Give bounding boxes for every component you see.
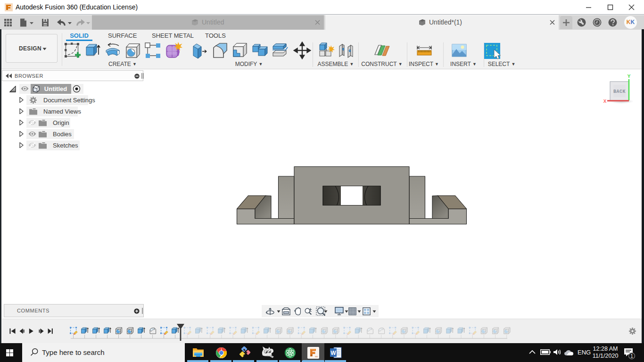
svg-text:360: 360 xyxy=(315,355,318,358)
svg-text:1: 1 xyxy=(630,354,633,359)
svg-text:X: X xyxy=(603,99,607,104)
svg-text:Y: Y xyxy=(627,74,631,79)
svg-text:W: W xyxy=(330,350,336,356)
svg-text:BACK: BACK xyxy=(613,89,626,94)
